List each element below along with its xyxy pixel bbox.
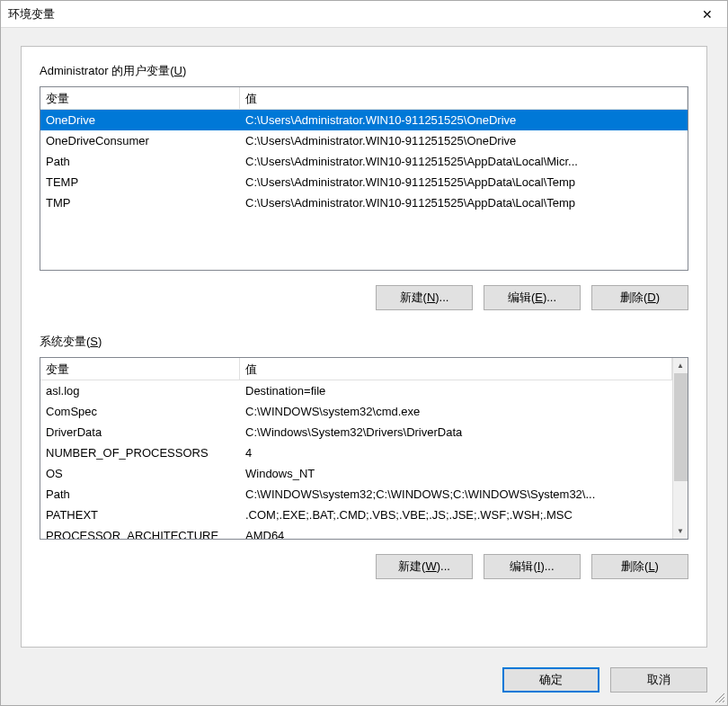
inner-panel: Administrator 的用户变量(U) 变量 值 OneDriveC:\U… bbox=[21, 46, 707, 648]
cancel-button[interactable]: 取消 bbox=[610, 667, 707, 693]
cell-variable: TMP bbox=[40, 194, 240, 211]
close-button[interactable]: ✕ bbox=[687, 1, 727, 28]
cell-value: 4 bbox=[240, 444, 672, 461]
table-row[interactable]: PathC:\Users\Administrator.WIN10-9112515… bbox=[40, 151, 688, 172]
table-row[interactable]: asl.logDestination=file bbox=[40, 380, 672, 401]
svg-line-2 bbox=[723, 701, 724, 702]
system-rows: asl.logDestination=fileComSpecC:\WINDOWS… bbox=[40, 380, 672, 539]
table-row[interactable]: PROCESSOR_ARCHITECTUREAMD64 bbox=[40, 525, 672, 539]
footer-row: 确定 取消 bbox=[1, 648, 727, 705]
system-scrollbar[interactable]: ▲ ▼ bbox=[672, 358, 688, 539]
cell-value: C:\Users\Administrator.WIN10-911251525\O… bbox=[240, 112, 688, 129]
cell-value: .COM;.EXE;.BAT;.CMD;.VBS;.VBE;.JS;.JSE;.… bbox=[240, 506, 672, 523]
titlebar: 环境变量 ✕ bbox=[1, 1, 727, 28]
col-header-variable[interactable]: 变量 bbox=[40, 87, 240, 109]
table-row[interactable]: OneDriveC:\Users\Administrator.WIN10-911… bbox=[40, 110, 688, 130]
cell-variable: OneDrive bbox=[40, 112, 240, 129]
env-vars-dialog: 环境变量 ✕ Administrator 的用户变量(U) 变量 值 OneDr… bbox=[0, 0, 728, 706]
cell-variable: PROCESSOR_ARCHITECTURE bbox=[40, 527, 240, 539]
cell-variable: DriverData bbox=[40, 424, 240, 441]
system-vars-label: 系统变量(S) bbox=[40, 334, 688, 350]
scroll-thumb[interactable] bbox=[674, 373, 688, 481]
col-header-value[interactable]: 值 bbox=[240, 358, 672, 380]
cell-variable: asl.log bbox=[40, 382, 240, 399]
system-edit-button[interactable]: 编辑(I)... bbox=[484, 554, 581, 579]
col-header-variable[interactable]: 变量 bbox=[40, 358, 240, 380]
table-row[interactable]: OSWindows_NT bbox=[40, 463, 672, 484]
cell-value: Windows_NT bbox=[240, 465, 672, 482]
table-row[interactable]: TEMPC:\Users\Administrator.WIN10-9112515… bbox=[40, 172, 688, 192]
cell-value: C:\Windows\System32\Drivers\DriverData bbox=[240, 424, 672, 441]
user-vars-label: Administrator 的用户变量(U) bbox=[40, 63, 688, 79]
table-row[interactable]: ComSpecC:\WINDOWS\system32\cmd.exe bbox=[40, 401, 672, 422]
cell-variable: TEMP bbox=[40, 174, 240, 191]
user-edit-button[interactable]: 编辑(E)... bbox=[484, 285, 581, 310]
user-delete-button[interactable]: 删除(D) bbox=[591, 285, 688, 310]
cell-value: C:\Users\Administrator.WIN10-911251525\A… bbox=[240, 174, 688, 191]
scroll-down-icon[interactable]: ▼ bbox=[673, 523, 688, 539]
cell-variable: PATHEXT bbox=[40, 506, 240, 523]
table-row[interactable]: OneDriveConsumerC:\Users\Administrator.W… bbox=[40, 130, 688, 151]
table-row[interactable]: PathC:\WINDOWS\system32;C:\WINDOWS;C:\WI… bbox=[40, 484, 672, 505]
resize-grip[interactable] bbox=[713, 691, 725, 703]
cell-value: C:\WINDOWS\system32;C:\WINDOWS;C:\WINDOW… bbox=[240, 486, 672, 503]
col-header-value[interactable]: 值 bbox=[240, 87, 688, 109]
cell-variable: Path bbox=[40, 153, 240, 170]
user-new-button[interactable]: 新建(N)... bbox=[376, 285, 473, 310]
cell-variable: OS bbox=[40, 465, 240, 482]
system-vars-list[interactable]: 变量 值 asl.logDestination=fileComSpecC:\WI… bbox=[40, 357, 688, 540]
cell-value: C:\Users\Administrator.WIN10-911251525\O… bbox=[240, 132, 688, 149]
user-button-row: 新建(N)... 编辑(E)... 删除(D) bbox=[40, 285, 688, 310]
table-row[interactable]: PATHEXT.COM;.EXE;.BAT;.CMD;.VBS;.VBE;.JS… bbox=[40, 505, 672, 525]
cell-value: C:\WINDOWS\system32\cmd.exe bbox=[240, 403, 672, 420]
user-list-header: 变量 值 bbox=[40, 87, 688, 110]
close-icon: ✕ bbox=[702, 7, 713, 22]
cell-variable: OneDriveConsumer bbox=[40, 132, 240, 149]
table-row[interactable]: TMPC:\Users\Administrator.WIN10-91125152… bbox=[40, 192, 688, 213]
cell-variable: NUMBER_OF_PROCESSORS bbox=[40, 444, 240, 461]
window-title: 环境变量 bbox=[8, 6, 687, 22]
system-delete-button[interactable]: 删除(L) bbox=[591, 554, 688, 579]
system-new-button[interactable]: 新建(W)... bbox=[376, 554, 473, 579]
scroll-up-icon[interactable]: ▲ bbox=[673, 358, 688, 373]
cell-value: Destination=file bbox=[240, 382, 672, 399]
table-row[interactable]: NUMBER_OF_PROCESSORS4 bbox=[40, 442, 672, 463]
system-list-header: 变量 值 bbox=[40, 358, 672, 380]
cell-value: C:\Users\Administrator.WIN10-911251525\A… bbox=[240, 153, 688, 170]
user-vars-list[interactable]: 变量 值 OneDriveC:\Users\Administrator.WIN1… bbox=[40, 86, 688, 271]
system-button-row: 新建(W)... 编辑(I)... 删除(L) bbox=[40, 554, 688, 579]
dialog-content: Administrator 的用户变量(U) 变量 值 OneDriveC:\U… bbox=[1, 28, 727, 648]
cell-variable: ComSpec bbox=[40, 403, 240, 420]
user-rows: OneDriveC:\Users\Administrator.WIN10-911… bbox=[40, 110, 688, 213]
cell-value: AMD64 bbox=[240, 527, 672, 539]
cell-value: C:\Users\Administrator.WIN10-911251525\A… bbox=[240, 194, 688, 211]
ok-button[interactable]: 确定 bbox=[502, 667, 599, 693]
cell-variable: Path bbox=[40, 486, 240, 503]
table-row[interactable]: DriverDataC:\Windows\System32\Drivers\Dr… bbox=[40, 422, 672, 442]
